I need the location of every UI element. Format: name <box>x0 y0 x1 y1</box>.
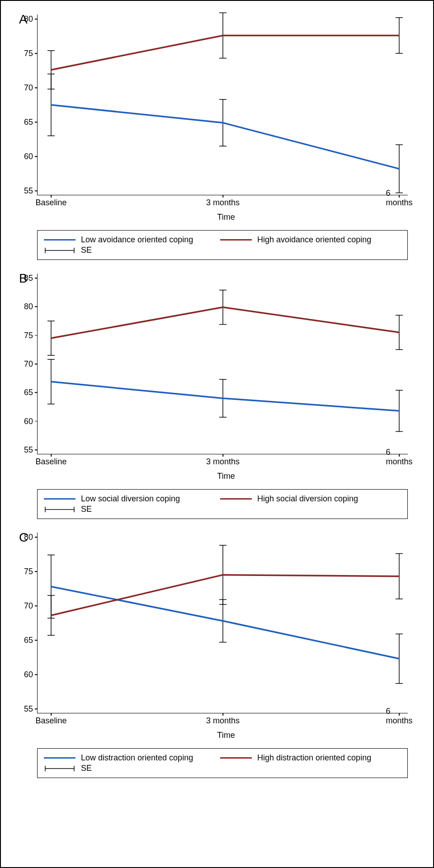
x-tick: 3 months <box>206 457 240 467</box>
y-tick: 75 <box>15 567 33 576</box>
figure-container: A 556065707580Baseline3 months6 months T… <box>0 0 434 868</box>
y-tick: 60 <box>15 152 33 161</box>
series-line <box>51 586 399 659</box>
se-icon <box>44 764 75 773</box>
y-tick: 70 <box>15 359 33 369</box>
panel-c-legend-se: SE <box>44 764 202 773</box>
y-tick: 80 <box>15 14 33 24</box>
x-tick: 6 months <box>386 448 412 467</box>
x-tick: Baseline <box>35 198 66 208</box>
panel-a-lines <box>38 14 408 195</box>
series-line <box>51 307 399 338</box>
y-tick: 70 <box>15 601 33 611</box>
series-line <box>51 35 399 70</box>
y-tick: 60 <box>15 416 33 426</box>
y-tick: 55 <box>15 445 33 455</box>
panel-b-legend-low: Low social diversion coping <box>44 494 202 504</box>
y-tick: 55 <box>15 186 33 196</box>
y-tick: 80 <box>15 302 33 311</box>
panel-b-lines <box>38 274 408 454</box>
panel-b-plot: 55606570758085Baseline3 months6 months <box>37 274 408 454</box>
legend-line-red <box>220 757 252 759</box>
legend-line-red <box>220 498 252 500</box>
y-tick: 70 <box>15 83 33 93</box>
legend-line-blue <box>44 239 75 241</box>
panel-c-legend: Low distraction oriented coping High dis… <box>37 748 408 778</box>
panel-c-plot: 556065707580Baseline3 months6 months <box>37 533 408 713</box>
legend-line-blue <box>44 498 75 500</box>
panel-a-legend-high: High avoidance oriented coping <box>220 235 378 245</box>
panel-c: C 556065707580Baseline3 months6 months T… <box>19 533 415 778</box>
panel-a-plot: 556065707580Baseline3 months6 months <box>37 14 408 195</box>
panel-b-xlabel: Time <box>37 472 415 481</box>
legend-line-red <box>220 239 252 241</box>
x-tick: 6 months <box>386 707 412 726</box>
y-tick: 65 <box>15 118 33 127</box>
legend-line-blue <box>44 757 75 759</box>
panel-b-legend-se: SE <box>44 505 202 514</box>
y-tick: 80 <box>15 533 33 542</box>
series-line <box>51 382 399 411</box>
panel-c-legend-low: Low distraction oriented coping <box>44 753 202 763</box>
panel-b: B 55606570758085Baseline3 months6 months… <box>19 274 415 519</box>
se-icon <box>44 505 75 514</box>
x-tick: Baseline <box>35 716 66 726</box>
se-icon <box>44 246 75 255</box>
panel-b-legend-high: High social diversion coping <box>220 494 378 504</box>
series-line <box>51 105 399 169</box>
x-tick: Baseline <box>35 457 66 467</box>
panel-a-legend: Low avoidance oriented coping High avoid… <box>37 230 408 260</box>
y-tick: 65 <box>15 636 33 645</box>
panel-c-xlabel: Time <box>37 731 415 740</box>
panel-c-legend-high: High distraction oriented coping <box>220 753 378 763</box>
panel-b-legend: Low social diversion coping High social … <box>37 489 408 519</box>
panel-a: A 556065707580Baseline3 months6 months T… <box>19 14 415 260</box>
y-tick: 75 <box>15 330 33 340</box>
y-tick: 75 <box>15 49 33 58</box>
x-tick: 6 months <box>386 189 412 208</box>
panel-a-xlabel: Time <box>37 212 415 222</box>
y-tick: 60 <box>15 670 33 679</box>
y-tick: 65 <box>15 388 33 397</box>
series-line <box>51 575 399 616</box>
y-tick: 55 <box>15 704 33 714</box>
x-tick: 3 months <box>206 716 240 726</box>
y-tick: 85 <box>15 274 33 283</box>
panel-a-legend-low: Low avoidance oriented coping <box>44 235 202 245</box>
panel-c-lines <box>38 533 408 713</box>
x-tick: 3 months <box>206 198 240 208</box>
panel-a-legend-se: SE <box>44 245 202 255</box>
